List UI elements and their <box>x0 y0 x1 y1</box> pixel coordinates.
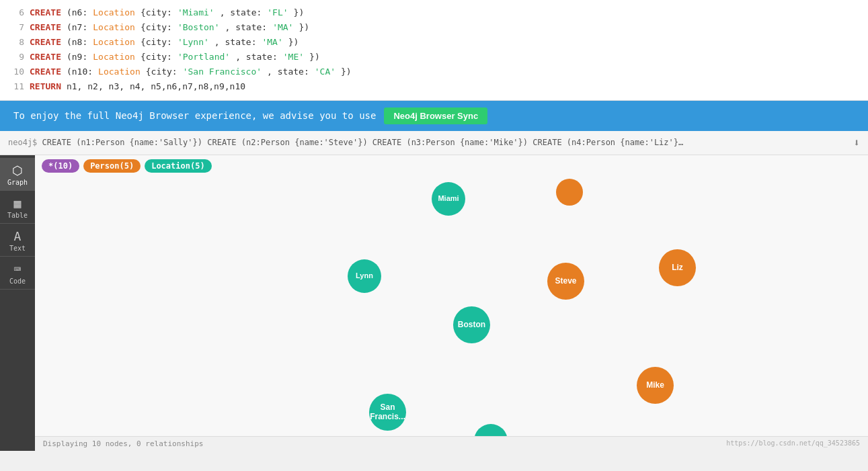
tags-row: *(10)Person(5)Location(5) <box>42 159 212 173</box>
node-miami[interactable]: Miami <box>432 182 465 216</box>
plain-text: {city: <box>141 50 172 65</box>
plain-text: , state: <box>267 65 309 79</box>
plain-text: }) <box>288 35 299 50</box>
keyword: CREATE <box>30 35 61 50</box>
code-line: 6CREATE (n6:Location {city:'Miami', stat… <box>11 5 857 20</box>
banner: To enjoy the full Neo4j Browser experien… <box>0 101 868 131</box>
node-steve[interactable]: Steve <box>547 263 584 300</box>
string-value: 'MA' <box>272 20 293 35</box>
sidebar-item-table[interactable]: ▦Table <box>0 191 35 224</box>
download-icon[interactable]: ⬇ <box>853 136 860 149</box>
status-text: Displaying 10 nodes, 0 relationships <box>43 439 203 448</box>
code-line: 10CREATE (n10:Location {city:'San Franci… <box>11 65 857 79</box>
plain-text: }) <box>309 50 320 65</box>
line-number: 6 <box>11 5 24 20</box>
tag-location[interactable]: Location(5) <box>145 159 211 173</box>
graph-icon: ⬡ <box>12 163 23 177</box>
plain-text: , state: <box>220 5 262 20</box>
query-prompt: neo4j$ <box>8 138 42 147</box>
tag-person[interactable]: Person(5) <box>83 159 141 173</box>
line-number: 9 <box>11 50 24 65</box>
sidebar-label: Text <box>9 245 26 252</box>
browser-sync-button[interactable]: Neo4j Browser Sync <box>384 108 487 124</box>
node-unknown1[interactable] <box>556 179 583 206</box>
plain-text: (n9: <box>67 50 87 65</box>
main-area: ⬡Graph▦TableAText⌨Code *(10)Person(5)Loc… <box>0 155 868 451</box>
keyword: CREATE <box>30 5 61 20</box>
plain-text: {city: <box>146 65 177 79</box>
node-mike[interactable]: Mike <box>637 367 674 404</box>
sidebar: ⬡Graph▦TableAText⌨Code <box>0 155 35 451</box>
code-line: 11RETURN n1, n2, n3, n4, n5,n6,n7,n8,n9,… <box>11 79 857 94</box>
keyword: CREATE <box>30 50 61 65</box>
plain-text: , state: <box>214 35 257 50</box>
query-text: neo4j$ CREATE (n1:Person {name:'Sally'})… <box>8 138 853 147</box>
plain-text: (n8: <box>67 35 87 50</box>
sidebar-item-text[interactable]: AText <box>0 224 35 257</box>
node-lynn[interactable]: Lynn <box>348 259 381 293</box>
plain-text: (n6: <box>67 5 87 20</box>
sidebar-item-graph[interactable]: ⬡Graph <box>0 158 35 191</box>
plain-text: }) <box>299 20 309 35</box>
code-icon: ⌨ <box>14 262 22 276</box>
node-label: Location <box>93 50 135 65</box>
line-number: 7 <box>11 20 24 35</box>
string-value: 'ME' <box>283 50 304 65</box>
code-line: 9CREATE (n9:Location {city:'Portland', s… <box>11 50 857 65</box>
sidebar-label: Graph <box>7 179 28 186</box>
code-area: 6CREATE (n6:Location {city:'Miami', stat… <box>0 0 868 101</box>
node-boston[interactable]: Boston <box>453 306 490 343</box>
keyword: CREATE <box>30 20 61 35</box>
keyword: CREATE <box>30 65 61 79</box>
status-bar: Displaying 10 nodes, 0 relationships htt… <box>35 436 868 451</box>
line-number: 11 <box>11 79 24 94</box>
graph-area: *(10)Person(5)Location(5) MiamiLynnSteve… <box>35 155 868 451</box>
string-value: 'MA' <box>262 35 282 50</box>
plain-text: }) <box>341 65 352 79</box>
string-value: 'CA' <box>315 65 336 79</box>
code-line: 8CREATE (n8:Location {city:'Lynn', state… <box>11 35 857 50</box>
string-value: 'Boston' <box>177 20 220 35</box>
string-value: 'Portland' <box>177 50 230 65</box>
plain-text: {city: <box>141 20 172 35</box>
plain-text: {city: <box>141 5 172 20</box>
string-value: 'Lynn' <box>177 35 209 50</box>
string-value: 'San Francisco' <box>183 65 262 79</box>
node-label: Location <box>93 35 135 50</box>
node-label: Location <box>93 5 135 20</box>
string-value: 'Miami' <box>177 5 214 20</box>
plain-text: }) <box>294 5 305 20</box>
plain-text: , state: <box>225 20 268 35</box>
text-icon: A <box>14 229 22 243</box>
plain-text: {city: <box>141 35 172 50</box>
query-bar: neo4j$ CREATE (n1:Person {name:'Sally'})… <box>0 131 868 155</box>
plain-text: (n7: <box>67 20 87 35</box>
query-content: CREATE (n1:Person {name:'Sally'}) CREATE… <box>42 138 684 147</box>
sidebar-label: Table <box>7 212 28 219</box>
url-reference: https://blog.csdn.net/qq_34523865 <box>726 439 860 448</box>
sidebar-item-code[interactable]: ⌨Code <box>0 257 35 290</box>
string-value: 'FL' <box>267 5 288 20</box>
sidebar-label: Code <box>9 277 26 285</box>
line-number: 10 <box>11 65 24 79</box>
banner-text: To enjoy the full Neo4j Browser experien… <box>13 110 376 121</box>
node-sanfran[interactable]: San Francis... <box>369 394 406 431</box>
node-liz[interactable]: Liz <box>659 249 696 286</box>
table-icon: ▦ <box>14 196 22 210</box>
tag-all[interactable]: *(10) <box>42 159 79 173</box>
plain-text: , state: <box>235 50 278 65</box>
line-number: 8 <box>11 35 24 50</box>
plain-text: n1, n2, n3, n4, n5,n6,n7,n8,n9,n10 <box>67 79 245 94</box>
keyword: RETURN <box>30 79 61 94</box>
plain-text: (n10: <box>67 65 93 79</box>
node-label: Location <box>93 20 135 35</box>
code-line: 7CREATE (n7:Location {city:'Boston', sta… <box>11 20 857 35</box>
node-label: Location <box>98 65 141 79</box>
